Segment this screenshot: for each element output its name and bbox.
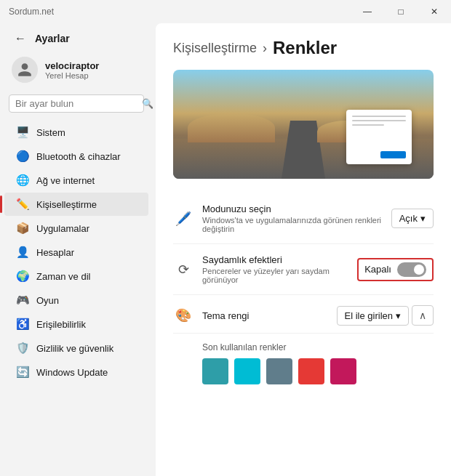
- color-swatches: [173, 358, 434, 384]
- search-icon: 🔍: [142, 98, 153, 109]
- sidebar-item-bluetooth[interactable]: 🔵Bluetooth & cihazlar: [4, 145, 148, 168]
- sidebar-item-ag[interactable]: 🌐Ağ ve internet: [4, 169, 148, 192]
- sidebar-item-oyun[interactable]: 🎮Oyun: [4, 289, 148, 312]
- sidebar-item-windows_update[interactable]: 🔄Windows Update: [4, 360, 148, 384]
- nav-container: 🖥️Sistem🔵Bluetooth & cihazlar🌐Ağ ve inte…: [0, 120, 153, 384]
- color-swatch-1[interactable]: [234, 358, 260, 384]
- tema-expand-button[interactable]: ∧: [412, 305, 434, 326]
- user-section: velociraptor Yerel Hesap: [0, 51, 153, 92]
- setting-row-modu_sec: 🖊️Modunuzu seçinWindows'ta ve uygulamala…: [173, 193, 434, 244]
- nav-label-kisiselleştirme: Kişiselleştirme: [36, 199, 97, 210]
- nav-icon-uygulamalar: 📦: [16, 222, 29, 235]
- back-button[interactable]: ←: [12, 29, 29, 48]
- nav-label-ag: Ağ ve internet: [36, 175, 95, 186]
- preview-line-3: [352, 124, 384, 126]
- sidebar-item-sistem[interactable]: 🖥️Sistem: [4, 121, 148, 144]
- nav-icon-oyun: 🎮: [16, 294, 29, 307]
- setting-row-saydamlik: ⟳Saydamlık efektleriPencereler ve yüzeyl…: [173, 244, 434, 295]
- nav-label-windows_update: Windows Update: [36, 367, 108, 378]
- app-title: Ayarlar: [35, 33, 70, 44]
- preview-line-1: [352, 116, 406, 117]
- select-value-modu_sec: Açık: [399, 213, 418, 224]
- sidebar-item-uygulamalar[interactable]: 📦Uygulamalar: [4, 217, 148, 240]
- nav-icon-zaman: 🌍: [16, 270, 29, 283]
- nav-label-zaman: Zaman ve dil: [36, 271, 90, 282]
- nav-label-bluetooth: Bluetooth & cihazlar: [36, 151, 121, 162]
- setting-desc-modu_sec: Windows'ta ve uygulamalarınızda görünen …: [202, 216, 383, 233]
- nav-icon-kisiselleştirme: ✏️: [16, 198, 29, 211]
- nav-label-gizlilik: Gizlilik ve güvenlik: [36, 343, 113, 354]
- nav-label-erisim: Erişilebilirlik: [36, 319, 86, 330]
- nav-icon-hesaplar: 👤: [16, 246, 29, 259]
- toggle-saydamlik[interactable]: [397, 262, 426, 277]
- setting-control-modu_sec[interactable]: Açık▾: [391, 209, 434, 228]
- setting-text-modu_sec: Modunuzu seçinWindows'ta ve uygulamaları…: [202, 203, 383, 233]
- color-swatch-4[interactable]: [330, 358, 356, 384]
- search-input[interactable]: [15, 98, 137, 109]
- breadcrumb: Kişiselleştirme › Renkler: [173, 38, 434, 58]
- titlebar-controls: — □ ✕: [351, 0, 451, 23]
- search-box[interactable]: 🔍: [9, 94, 144, 113]
- setting-text-saydamlik: Saydamlık efektleriPencereler ve yüzeyle…: [202, 254, 348, 284]
- preview-line-2: [352, 120, 406, 121]
- nav-icon-erisim: ♿: [16, 318, 29, 331]
- breadcrumb-parent: Kişiselleştirme: [173, 41, 257, 56]
- setting-icon-saydamlik: ⟳: [173, 259, 193, 280]
- tema-row: 🎨 Tema rengi El ile girilen ▾ ∧: [173, 295, 434, 334]
- colors-section: Son kullanılan renkler: [173, 334, 434, 384]
- chevron-down-icon: ▾: [420, 213, 426, 224]
- setting-label-saydamlik: Saydamlık efektleri: [202, 254, 348, 265]
- chevron-down-icon: ▾: [396, 310, 401, 321]
- setting-label-modu_sec: Modunuzu seçin: [202, 203, 383, 214]
- setting-control-saydamlik[interactable]: Kapalı: [357, 258, 434, 281]
- app-container: ← Ayarlar velociraptor Yerel Hesap 🔍 🖥️S…: [0, 23, 451, 476]
- toggle-thumb-saydamlik: [414, 265, 424, 275]
- select-modu_sec[interactable]: Açık▾: [391, 209, 434, 228]
- nav-label-hesaplar: Hesaplar: [36, 247, 74, 258]
- titlebar-title: Sordum.net: [9, 7, 54, 17]
- preview-window: [346, 110, 412, 164]
- toggle-label-saydamlik: Kapalı: [364, 264, 391, 275]
- sidebar-item-erisim[interactable]: ♿Erişilebilirlik: [4, 312, 148, 336]
- nav-icon-windows_update: 🔄: [16, 366, 29, 379]
- user-role: Yerel Hesap: [45, 71, 99, 80]
- nav-label-uygulamalar: Uygulamalar: [36, 223, 89, 234]
- main-content: Kişiselleştirme › Renkler 🖊️Modunuzu seç…: [156, 23, 451, 476]
- sidebar-item-hesaplar[interactable]: 👤Hesaplar: [4, 241, 148, 264]
- sidebar-header: ← Ayarlar: [0, 23, 153, 51]
- minimize-button[interactable]: —: [351, 0, 384, 23]
- user-info: velociraptor Yerel Hesap: [45, 60, 99, 80]
- setting-icon-modu_sec: 🖊️: [173, 209, 193, 229]
- settings-container: 🖊️Modunuzu seçinWindows'ta ve uygulamala…: [173, 193, 434, 295]
- titlebar: Sordum.net — □ ✕: [0, 0, 451, 23]
- preview-button: [380, 151, 406, 158]
- breadcrumb-separator: ›: [263, 41, 267, 56]
- sidebar: ← Ayarlar velociraptor Yerel Hesap 🔍 🖥️S…: [0, 23, 153, 476]
- theme-preview: [173, 70, 434, 179]
- tema-select[interactable]: El ile girilen ▾: [337, 306, 409, 326]
- color-swatch-0[interactable]: [202, 358, 228, 384]
- setting-desc-saydamlik: Pencereler ve yüzeyler yarı saydam görün…: [202, 267, 348, 284]
- nav-icon-gizlilik: 🛡️: [16, 342, 29, 355]
- username: velociraptor: [45, 60, 99, 71]
- toggle-wrapper-saydamlik[interactable]: Kapalı: [357, 258, 434, 281]
- avatar: [12, 57, 38, 83]
- tema-control: El ile girilen ▾ ∧: [337, 305, 434, 326]
- recent-colors-label: Son kullanılan renkler: [173, 342, 434, 352]
- color-swatch-3[interactable]: [298, 358, 324, 384]
- tema-label: Tema rengi: [202, 310, 328, 321]
- nav-label-sistem: Sistem: [36, 127, 65, 138]
- tema-icon: 🎨: [173, 305, 193, 326]
- nav-icon-ag: 🌐: [16, 174, 29, 187]
- sidebar-item-kisiselleştirme[interactable]: ✏️Kişiselleştirme: [4, 193, 148, 216]
- close-button[interactable]: ✕: [418, 0, 451, 23]
- maximize-button[interactable]: □: [384, 0, 418, 23]
- sidebar-item-zaman[interactable]: 🌍Zaman ve dil: [4, 265, 148, 288]
- color-swatch-2[interactable]: [266, 358, 292, 384]
- sidebar-item-gizlilik[interactable]: 🛡️Gizlilik ve güvenlik: [4, 336, 148, 360]
- nav-icon-bluetooth: 🔵: [16, 150, 29, 163]
- titlebar-left: Sordum.net: [9, 7, 54, 17]
- tema-select-value: El ile girilen: [345, 310, 393, 321]
- nav-label-oyun: Oyun: [36, 295, 59, 306]
- breadcrumb-current: Renkler: [273, 38, 337, 58]
